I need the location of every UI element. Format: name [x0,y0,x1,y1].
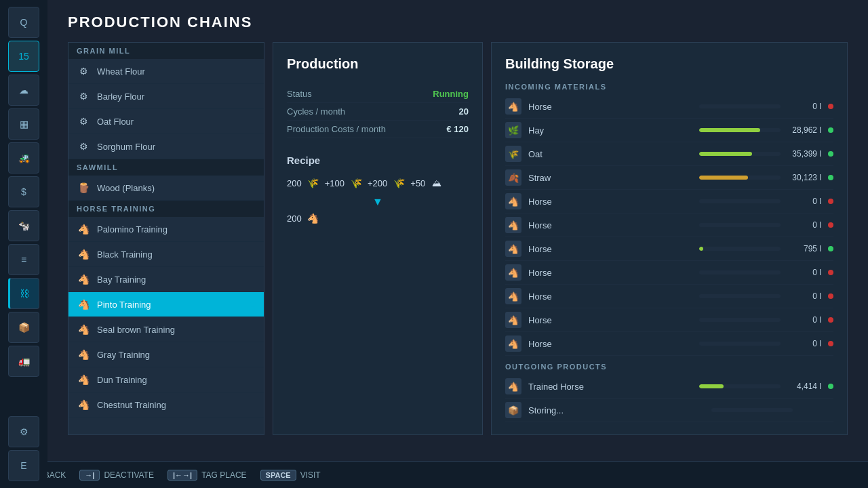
section-grain-mill: GRAIN MILL [68,43,264,59]
dot-oat [828,151,833,157]
dot-7 [828,246,833,251]
sidebar-btn-e[interactable]: E [8,450,39,481]
list-item-seal-brown[interactable]: 🐴 Seal brown Training [68,317,264,342]
storage-row-trained-horse: 🐴 Trained Horse 4,414 l [505,375,833,399]
recipe-arrow: ▼ [287,196,469,208]
horse-icon-pinto: 🐴 [77,298,90,311]
horse-bar-1 [699,104,781,108]
list-item-barley-flour[interactable]: ⚙ Barley Flour [68,84,264,109]
recipe-inputs: 200 🌾 +100 🌾 +200 🌾 +50 ⛰ [287,176,469,190]
tag-badge[interactable]: |←→| [167,470,197,481]
storage-row-hay: 🌿 Hay 28,962 l [505,119,833,142]
grain-icon-1: 🌾 [306,176,321,190]
hay-icon: 🌿 [505,122,521,138]
outgoing-title: OUTGOING PRODUCTS [505,363,833,371]
section-horse-training: HORSE TRAINING [68,201,264,217]
sidebar-btn-storage[interactable]: 📦 [8,312,39,343]
horse-storage-icon-1: 🐴 [505,98,521,115]
dot-11 [828,341,833,346]
horse-icon-gray: 🐴 [77,348,90,361]
storage-row-oat: 🌾 Oat 35,399 l [505,142,833,166]
storage-row-horse-9: 🐴 Horse 0 l [505,285,833,308]
sidebar-btn-tractor[interactable]: 🚜 [8,142,39,174]
cycles-row: Cycles / month 20 [287,103,469,121]
horse-icon-8: 🐴 [505,264,521,281]
horse-icon-black: 🐴 [77,247,90,261]
sidebar-btn-tractor2[interactable]: 🚛 [8,346,39,377]
status-row: Status Running [287,85,469,103]
input-amount-1: 200 [287,178,302,188]
sidebar-btn-weather[interactable]: ☁ [8,75,39,106]
hay-bar [699,128,781,132]
dot-10 [828,317,833,323]
horse-bar-7 [699,247,781,251]
sidebar-btn-15[interactable]: 15 [8,41,39,72]
dot-horse-1 [828,104,833,109]
tag-label: TAG PLACE [201,470,246,480]
sidebar-btn-animals[interactable]: 🐄 [8,210,39,241]
straw-icon: 🍂 [505,169,521,186]
horse-icon-5: 🐴 [505,193,521,209]
storage-row-horse-8: 🐴 Horse 0 l [505,261,833,285]
horse-icon-10: 🐴 [505,312,521,328]
trained-horse-bar [699,384,781,388]
sidebar-btn-chains[interactable]: ⛓ [8,278,39,309]
oat-icon: 🌾 [505,146,521,162]
columns-container: GRAIN MILL ⚙ Wheat Flour ⚙ Barley Flour … [68,42,848,435]
list-item-pinto[interactable]: 🐴 Pinto Training [68,292,264,317]
costs-row: Production Costs / month € 120 [287,121,469,138]
deactivate-label: DEACTIVATE [104,470,154,480]
recipe-output: 200 🐴 [287,211,469,226]
recipe-title: Recipe [287,155,469,166]
list-item-bay[interactable]: 🐴 Bay Training [68,267,264,292]
horse-output-icon: 🐴 [306,211,321,226]
dot-straw [828,175,833,180]
grain-icon-3: 🌾 [391,176,406,190]
sidebar-btn-stats[interactable]: ▦ [8,108,39,140]
sidebar-btn-q[interactable]: Q [8,7,39,38]
list-item-sorghum-flour[interactable]: ⚙ Sorghum Flour [68,134,264,159]
deactivate-badge[interactable]: →| [79,470,100,481]
grain-icon-2: 🌾 [349,176,363,190]
wheat-flour-icon: ⚙ [77,64,90,78]
input-amount-3: +200 [368,178,387,188]
key-tag-place: |←→| TAG PLACE [167,470,247,481]
horse-bar-5 [699,199,781,203]
key-visit: SPACE VISIT [260,470,321,481]
list-item-palomino[interactable]: 🐴 Palomino Training [68,217,264,242]
storing-bar [711,408,793,412]
visit-badge[interactable]: SPACE [260,470,296,481]
incoming-title: INCOMING MATERIALS [505,83,833,91]
dot-trained [828,384,833,389]
list-item-chestnut[interactable]: 🐴 Chestnut Training [68,392,264,418]
list-item-wood-planks[interactable]: 🪵 Wood (Planks) [68,176,264,201]
visit-label: VISIT [300,470,321,480]
oat-bar [699,152,781,156]
list-item-black[interactable]: 🐴 Black Training [68,242,264,267]
horse-bar-8 [699,270,781,274]
dot-9 [828,293,833,299]
storage-row-horse-11: 🐴 Horse 0 l [505,332,833,356]
horse-bar-11 [699,342,781,346]
straw-bar [699,176,781,180]
production-title: Production [287,56,469,72]
sidebar-btn-settings[interactable]: ⚙ [8,416,39,447]
sidebar-btn-money[interactable]: $ [8,176,39,207]
dot-hay [828,127,833,133]
sidebar-btn-tasks[interactable]: ≡ [8,244,39,275]
horse-icon-7: 🐴 [505,241,521,257]
input-amount-4: +50 [410,178,425,188]
list-item-gray[interactable]: 🐴 Gray Training [68,342,264,367]
costs-value: € 120 [446,124,469,134]
bottom-bar: ESC BACK →| DEACTIVATE |←→| TAG PLACE SP… [0,461,868,488]
list-item-oat-flour[interactable]: ⚙ Oat Flour [68,109,264,134]
storing-icon: 📦 [505,402,521,418]
input-amount-2: +100 [325,178,344,188]
list-item-dun[interactable]: 🐴 Dun Training [68,367,264,392]
horse-icon-9: 🐴 [505,288,521,304]
production-list: GRAIN MILL ⚙ Wheat Flour ⚙ Barley Flour … [68,42,264,435]
section-sawmill: SAWMILL [68,159,264,176]
horse-bar-6 [699,223,781,227]
list-item-wheat-flour[interactable]: ⚙ Wheat Flour [68,59,264,84]
recipe-section: Recipe 200 🌾 +100 🌾 +200 🌾 +50 ⛰ ▼ 200 🐴 [287,155,469,226]
